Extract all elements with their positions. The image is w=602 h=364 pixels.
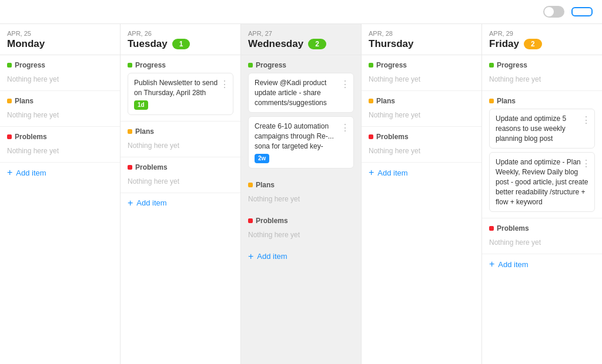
nothing-text-problems-wednesday: Nothing here yet (248, 228, 354, 244)
day-name-monday: Monday (7, 38, 45, 50)
add-item-tuesday[interactable]: +Add item (121, 193, 240, 215)
day-name-friday: Friday (489, 38, 519, 50)
section-header-progress-monday: Progress (7, 61, 113, 69)
sync-to-calendar-button[interactable] (571, 7, 593, 16)
progress-dot-thursday (369, 63, 373, 68)
add-item-wednesday[interactable]: +Add item (241, 247, 361, 269)
plans-dot-monday (7, 99, 12, 103)
day-col-tuesday: APR, 26Tuesday1Progress⋮Publish Newslett… (121, 24, 241, 364)
calendar-grid: APR, 25MondayProgressNothing here yetPla… (0, 24, 602, 364)
task-menu-icon-plans-friday-1[interactable]: ⋮ (581, 157, 591, 170)
add-item-label-monday: Add item (16, 168, 46, 177)
section-header-problems-wednesday: Problems (248, 217, 354, 225)
section-label-progress-wednesday: Progress (256, 61, 286, 69)
section-label-problems-wednesday: Problems (256, 217, 288, 225)
problems-dot-friday (489, 226, 494, 231)
section-label-problems-monday: Problems (15, 133, 47, 141)
progress-dot-monday (7, 63, 12, 68)
top-bar (0, 0, 602, 24)
plans-dot-tuesday (128, 129, 132, 134)
section-label-problems-thursday: Problems (376, 133, 409, 141)
problems-dot-monday (7, 134, 12, 139)
plans-dot-wednesday (248, 183, 253, 187)
problems-dot-thursday (369, 134, 373, 139)
task-item-progress-tuesday-0[interactable]: ⋮Publish Newsletter to send on Thursday,… (128, 73, 233, 115)
section-plans-friday: Plans⋮Update and optimize 5 reasons to u… (482, 91, 602, 218)
add-item-friday[interactable]: +Add item (482, 254, 602, 277)
day-date-tuesday: APR, 26 (128, 30, 233, 37)
section-label-plans-friday: Plans (497, 97, 516, 105)
section-header-problems-friday: Problems (489, 224, 595, 232)
add-item-label-tuesday: Add item (136, 198, 166, 207)
section-progress-friday: ProgressNothing here yet (482, 55, 602, 91)
nothing-text-plans-monday: Nothing here yet (7, 109, 113, 124)
day-name-row-monday: Monday (7, 38, 113, 50)
section-plans-tuesday: PlansNothing here yet (121, 122, 240, 157)
task-meta-progress-tuesday-0: 1d (134, 100, 227, 110)
nothing-text-problems-monday: Nothing here yet (7, 144, 113, 160)
section-header-problems-monday: Problems (7, 133, 113, 141)
task-item-plans-friday-0[interactable]: ⋮Update and optimize 5 reasons to use we… (489, 109, 595, 149)
day-name-row-tuesday: Tuesday1 (128, 38, 233, 50)
day-header-friday: APR, 29Friday2 (482, 24, 602, 55)
show-weekend-toggle[interactable] (543, 6, 564, 18)
section-progress-monday: ProgressNothing here yet (0, 55, 120, 91)
day-col-monday: APR, 25MondayProgressNothing here yetPla… (0, 24, 121, 364)
task-item-plans-friday-1[interactable]: ⋮Update and optimize - Plan Weekly, Revi… (489, 152, 595, 212)
nothing-text-plans-tuesday: Nothing here yet (128, 139, 233, 154)
task-tag-progress-tuesday-0: 1d (134, 100, 148, 110)
section-label-progress-friday: Progress (497, 61, 527, 69)
day-col-wednesday: APR, 27Wednesday2Progress⋮Review @Kadi p… (241, 24, 362, 364)
section-header-plans-tuesday: Plans (128, 127, 233, 136)
nothing-text-plans-thursday: Nothing here yet (369, 109, 474, 124)
progress-dot-wednesday (248, 63, 253, 68)
section-header-plans-monday: Plans (7, 97, 113, 105)
day-name-thursday: Thursday (369, 38, 414, 50)
day-name-row-thursday: Thursday (369, 38, 474, 50)
day-badge-tuesday: 1 (172, 39, 190, 49)
plus-icon-wednesday: + (248, 251, 253, 262)
nothing-text-problems-thursday: Nothing here yet (369, 144, 474, 160)
day-date-friday: APR, 29 (489, 30, 595, 37)
section-header-plans-friday: Plans (489, 97, 595, 105)
plans-dot-thursday (369, 99, 373, 103)
day-name-row-friday: Friday2 (489, 38, 595, 50)
section-plans-wednesday: PlansNothing here yet (241, 175, 361, 211)
task-menu-icon-progress-tuesday-0[interactable]: ⋮ (220, 78, 229, 91)
nothing-text-plans-wednesday: Nothing here yet (248, 193, 354, 208)
section-problems-monday: ProblemsNothing here yet (0, 127, 120, 163)
task-tag-progress-wednesday-1: 2w (255, 154, 269, 163)
nothing-text-progress-friday: Nothing here yet (489, 73, 595, 88)
section-label-plans-tuesday: Plans (135, 127, 154, 136)
section-label-progress-thursday: Progress (376, 61, 407, 69)
day-date-monday: APR, 25 (7, 30, 113, 37)
add-item-thursday[interactable]: +Add item (362, 163, 481, 185)
section-header-plans-wednesday: Plans (248, 181, 354, 189)
progress-dot-tuesday (128, 63, 132, 68)
problems-dot-tuesday (128, 165, 132, 170)
section-problems-tuesday: ProblemsNothing here yet (121, 157, 240, 193)
day-header-wednesday: APR, 27Wednesday2 (241, 24, 361, 55)
day-date-wednesday: APR, 27 (248, 30, 354, 37)
section-header-plans-thursday: Plans (369, 97, 474, 105)
task-menu-icon-progress-wednesday-1[interactable]: ⋮ (340, 122, 350, 134)
task-item-progress-wednesday-1[interactable]: ⋮Create 6-10 automation campaigns throug… (248, 116, 354, 168)
section-header-progress-tuesday: Progress (128, 61, 233, 69)
add-item-monday[interactable]: +Add item (0, 163, 120, 185)
task-item-progress-wednesday-0[interactable]: ⋮Review @Kadi product update article - s… (248, 73, 354, 113)
section-label-plans-wednesday: Plans (256, 181, 275, 189)
section-plans-thursday: PlansNothing here yet (362, 91, 481, 127)
section-header-progress-thursday: Progress (369, 61, 474, 69)
add-item-label-thursday: Add item (377, 168, 407, 177)
task-menu-icon-progress-wednesday-0[interactable]: ⋮ (340, 78, 350, 91)
section-label-plans-thursday: Plans (376, 97, 395, 105)
day-col-thursday: APR, 28ThursdayProgressNothing here yetP… (362, 24, 482, 364)
task-menu-icon-plans-friday-0[interactable]: ⋮ (581, 114, 591, 127)
nothing-text-problems-friday: Nothing here yet (489, 236, 595, 251)
add-item-label-wednesday: Add item (257, 252, 287, 261)
section-progress-thursday: ProgressNothing here yet (362, 55, 481, 91)
plus-icon-tuesday: + (128, 198, 133, 208)
section-header-problems-tuesday: Problems (128, 163, 233, 171)
add-item-label-friday: Add item (498, 260, 528, 269)
section-header-problems-thursday: Problems (369, 133, 474, 141)
